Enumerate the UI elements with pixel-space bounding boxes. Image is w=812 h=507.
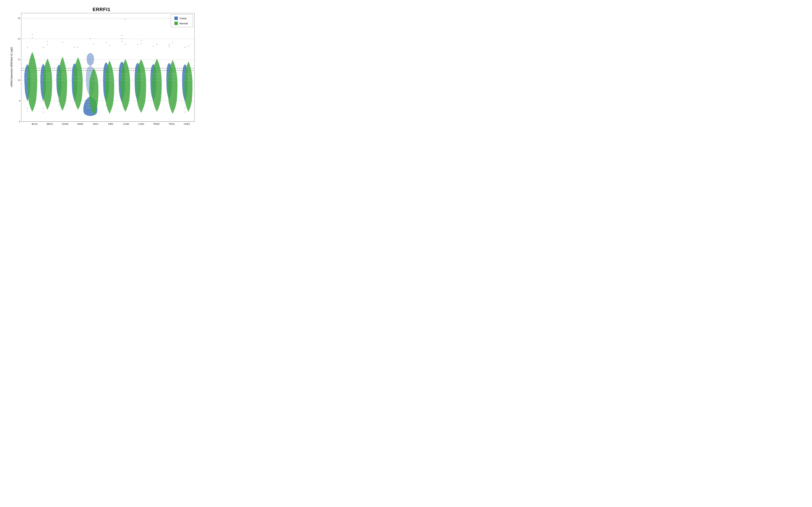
- svg-rect-93: [153, 46, 154, 47]
- violin-coad-normal: [58, 42, 67, 111]
- x-label-kich: KICH: [88, 122, 103, 125]
- svg-rect-58: [93, 44, 94, 45]
- svg-rect-20: [32, 34, 33, 35]
- x-label-ucec: UCEC: [179, 122, 195, 125]
- legend-item-tumor: Tumor: [174, 16, 189, 20]
- violin-hnsc-normal: [73, 47, 83, 110]
- x-label-coad: COAD: [57, 122, 73, 125]
- svg-rect-31: [47, 41, 48, 42]
- x-label-blca: BLCA: [27, 122, 42, 125]
- x-axis: BLCABRCACOADHNSCKICHKIRCLUADLUSCPRADTHCA…: [15, 122, 195, 125]
- svg-rect-45: [74, 47, 75, 48]
- svg-rect-27: [43, 112, 44, 112]
- legend-box-tumor: [174, 16, 178, 20]
- svg-rect-12: [27, 47, 28, 48]
- plot-area: [21, 13, 195, 122]
- svg-rect-79: [125, 44, 126, 45]
- violin-thca-normal: [168, 42, 177, 114]
- plot-and-xaxis: 1614121086: [15, 13, 195, 121]
- y-axis-label: mRNA Expression (RNASeq V2, log2): [8, 13, 15, 121]
- chart-area: mRNA Expression (RNASeq V2, log2) 161412…: [8, 13, 195, 121]
- legend-label-tumor: Tumor: [180, 17, 187, 20]
- y-tick-6: 6: [19, 120, 20, 123]
- svg-rect-98: [156, 44, 157, 45]
- svg-rect-74: [121, 35, 122, 36]
- svg-rect-102: [169, 47, 170, 47]
- svg-rect-24: [43, 47, 44, 48]
- svg-rect-111: [185, 47, 186, 48]
- x-label-brca: BRCA: [42, 122, 57, 125]
- violin-chart: [21, 13, 194, 121]
- violin-kirc-normal: [105, 45, 114, 114]
- chart-title: ERRFI1: [8, 4, 195, 13]
- svg-rect-80: [125, 19, 126, 19]
- y-tick-12: 12: [18, 58, 20, 60]
- violin-blca-normal: [27, 34, 37, 112]
- svg-rect-68: [109, 45, 110, 46]
- svg-rect-37: [59, 105, 59, 105]
- svg-rect-113: [185, 108, 186, 108]
- violin-lusc-normal: [136, 40, 146, 113]
- svg-rect-13: [27, 108, 28, 108]
- svg-rect-41: [62, 42, 63, 43]
- y-ticks: 1614121086: [15, 13, 21, 122]
- svg-rect-89: [141, 40, 142, 41]
- svg-rect-26: [43, 108, 44, 108]
- svg-rect-14: [27, 111, 28, 111]
- svg-rect-73: [121, 38, 122, 39]
- svg-rect-103: [169, 44, 170, 45]
- svg-rect-32: [47, 44, 48, 45]
- x-label-lusc: LUSC: [134, 122, 149, 125]
- svg-rect-114: [185, 112, 186, 112]
- svg-rect-112: [185, 102, 186, 103]
- svg-rect-19: [32, 37, 33, 38]
- x-label-kirc: KIRC: [103, 122, 118, 125]
- y-tick-16: 16: [18, 17, 20, 19]
- svg-rect-84: [137, 44, 138, 45]
- svg-rect-54: [90, 38, 91, 39]
- svg-rect-107: [172, 42, 173, 42]
- chart-container: ERRFI1 mRNA Expression (RNASeq V2, log2)…: [8, 4, 195, 122]
- plot-wrapper: 1614121086: [15, 13, 195, 122]
- legend: Tumor Normal: [171, 14, 193, 27]
- y-tick-10: 10: [18, 79, 20, 81]
- svg-rect-49: [78, 47, 79, 48]
- legend-item-normal: Normal: [174, 22, 189, 25]
- legend-label-normal: Normal: [180, 22, 188, 25]
- x-label-hnsc: HNSC: [73, 122, 88, 125]
- x-label-prad: PRAD: [149, 122, 164, 125]
- violin-ucec-normal: [185, 46, 193, 112]
- svg-rect-72: [121, 41, 122, 42]
- legend-box-normal: [174, 22, 178, 25]
- y-tick-14: 14: [18, 38, 20, 40]
- svg-rect-62: [106, 42, 107, 43]
- x-labels: BLCABRCACOADHNSCKICHKIRCLUADLUSCPRADTHCA…: [27, 122, 195, 125]
- y-tick-8: 8: [19, 100, 20, 102]
- x-label-thca: THCA: [164, 122, 179, 125]
- x-label-luad: LUAD: [118, 122, 134, 125]
- svg-rect-64: [106, 105, 107, 105]
- svg-rect-25: [43, 101, 44, 102]
- violin-brca-normal: [43, 41, 52, 110]
- violin-prad-normal: [152, 44, 162, 112]
- svg-rect-88: [141, 43, 142, 44]
- svg-rect-118: [188, 46, 189, 47]
